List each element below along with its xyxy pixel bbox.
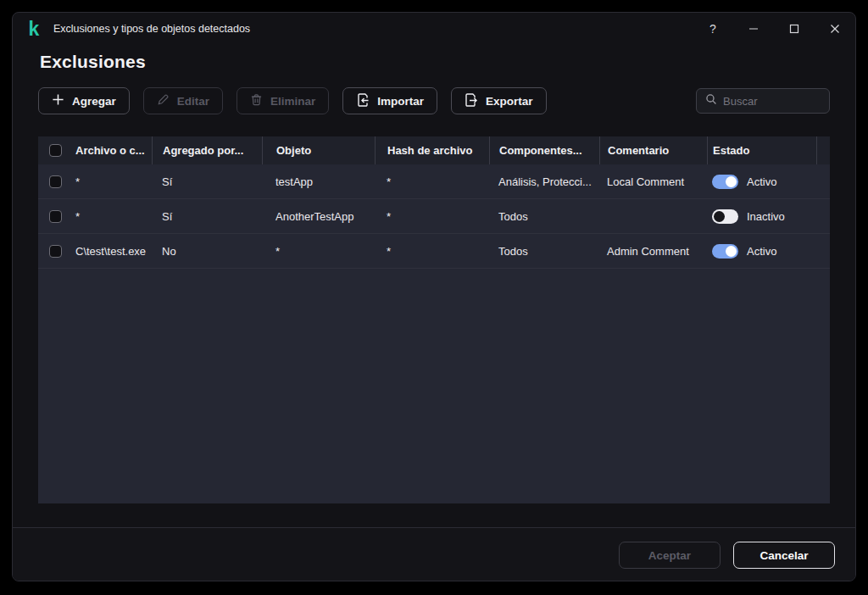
title-bar: k Exclusiones y tipos de objetos detecta… <box>13 13 855 45</box>
cell-hash: * <box>375 199 489 233</box>
state-toggle[interactable] <box>712 209 738 224</box>
search-box <box>696 88 830 114</box>
window-controls: ? <box>693 13 855 45</box>
column-header-object[interactable]: Objeto <box>262 136 375 164</box>
delete-button[interactable]: Eliminar <box>236 87 329 114</box>
state-label: Activo <box>747 245 776 258</box>
column-header-file[interactable]: Archivo o c... <box>74 136 152 164</box>
table-empty-area <box>38 269 830 503</box>
import-icon <box>356 93 370 109</box>
toolbar: Agregar Editar Eliminar Importar Exporta… <box>38 87 830 114</box>
cell-comment <box>599 199 707 233</box>
search-icon <box>705 93 717 108</box>
cell-comment: Local Comment <box>599 164 707 198</box>
cancel-button[interactable]: Cancelar <box>733 542 835 569</box>
column-header-components[interactable]: Componentes... <box>489 136 599 164</box>
cell-hash: * <box>375 164 489 198</box>
state-toggle[interactable] <box>712 175 738 189</box>
table-row[interactable]: * Sí AnotherTestApp * Todos Inactivo <box>38 199 830 234</box>
cell-added-by: Sí <box>152 199 262 233</box>
accept-button[interactable]: Aceptar <box>619 542 721 569</box>
column-header-hash[interactable]: Hash de archivo <box>375 136 489 164</box>
footer: Aceptar Cancelar <box>13 528 855 581</box>
column-header-added-by[interactable]: Agregado por... <box>152 136 262 164</box>
close-button[interactable] <box>815 13 855 45</box>
help-button[interactable]: ? <box>693 13 733 45</box>
add-button[interactable]: Agregar <box>38 87 130 114</box>
row-checkbox[interactable] <box>49 245 62 258</box>
column-header-extra <box>816 136 830 164</box>
cell-added-by: No <box>152 234 262 268</box>
export-icon <box>465 93 478 109</box>
page-title: Exclusiones <box>40 52 146 72</box>
column-header-state[interactable]: Estado <box>707 136 816 164</box>
state-label: Inactivo <box>747 210 785 223</box>
cell-file: * <box>74 164 152 198</box>
edit-button[interactable]: Editar <box>143 87 223 114</box>
cell-comment: Admin Comment <box>599 234 707 268</box>
cell-components: Todos <box>489 199 599 233</box>
cell-file: * <box>74 199 152 233</box>
table-row[interactable]: * Sí testApp * Análisis, Protecci... Loc… <box>38 164 830 199</box>
row-checkbox[interactable] <box>49 210 62 223</box>
search-input[interactable] <box>723 95 821 108</box>
export-button-label: Exportar <box>486 95 533 108</box>
dialog-window: k Exclusiones y tipos de objetos detecta… <box>12 12 856 581</box>
table-header: Archivo o c... Agregado por... Objeto Ha… <box>38 136 830 164</box>
maximize-button[interactable] <box>774 13 815 45</box>
edit-button-label: Editar <box>177 95 209 108</box>
plus-icon <box>52 93 64 108</box>
state-label: Activo <box>747 175 776 188</box>
add-button-label: Agregar <box>72 95 116 108</box>
import-button-label: Importar <box>377 95 424 108</box>
row-checkbox[interactable] <box>49 175 62 188</box>
import-button[interactable]: Importar <box>342 87 437 114</box>
select-all-checkbox[interactable] <box>49 144 62 157</box>
minimize-button[interactable] <box>733 13 774 45</box>
cell-added-by: Sí <box>152 164 262 198</box>
cell-object: AnotherTestApp <box>262 199 375 233</box>
kaspersky-logo-icon: k <box>25 19 43 38</box>
trash-icon <box>250 93 263 108</box>
cell-file: C\test\test.exe <box>74 234 152 268</box>
cell-components: Análisis, Protecci... <box>489 164 599 198</box>
pencil-icon <box>157 93 170 108</box>
delete-button-label: Eliminar <box>270 95 315 108</box>
exclusions-table: Archivo o c... Agregado por... Objeto Ha… <box>38 136 830 503</box>
cell-hash: * <box>375 234 489 268</box>
cell-object: testApp <box>262 164 375 198</box>
cell-object: * <box>262 234 375 268</box>
export-button[interactable]: Exportar <box>451 87 547 114</box>
cell-components: Todos <box>489 234 599 268</box>
table-row[interactable]: C\test\test.exe No * * Todos Admin Comme… <box>38 234 830 269</box>
column-header-comment[interactable]: Comentario <box>599 136 707 164</box>
state-toggle[interactable] <box>712 244 738 259</box>
window-title: Exclusiones y tipos de objetos detectado… <box>53 23 250 35</box>
